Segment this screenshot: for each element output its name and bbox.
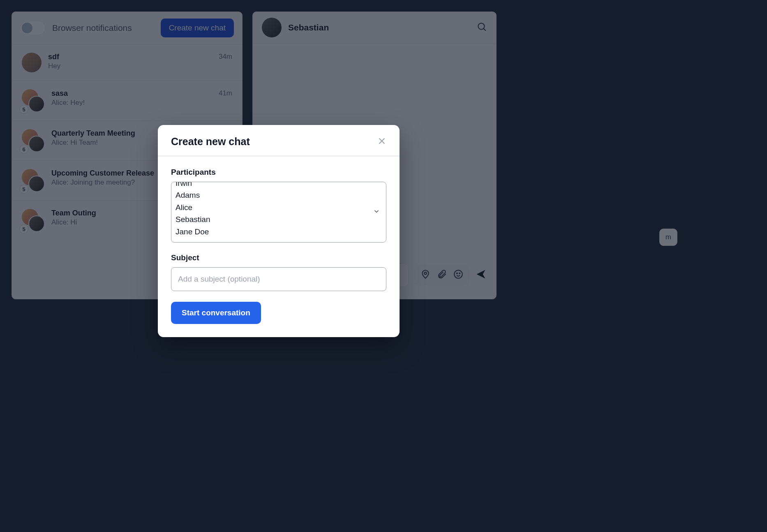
subject-label: Subject [171, 253, 386, 262]
create-chat-modal: Create new chat Participants Irwin Adams… [158, 125, 400, 337]
participants-label: Participants [171, 168, 386, 177]
modal-title: Create new chat [171, 136, 250, 148]
close-icon[interactable] [377, 136, 386, 147]
subject-input[interactable] [171, 267, 386, 291]
chevron-down-icon [373, 208, 380, 217]
participant-option[interactable]: Sebastian [176, 213, 382, 225]
toggle-knob [22, 23, 32, 33]
participant-option[interactable]: Jane Doe [176, 226, 382, 238]
participant-option[interactable]: Irwin [176, 182, 382, 189]
participant-option[interactable]: Adams [176, 189, 382, 201]
start-conversation-button[interactable]: Start conversation [171, 302, 261, 324]
participants-select[interactable]: Irwin Adams Alice Sebastian Jane Doe [171, 182, 386, 243]
participant-option[interactable]: Alice [176, 201, 382, 213]
modal-header: Create new chat [158, 125, 400, 156]
